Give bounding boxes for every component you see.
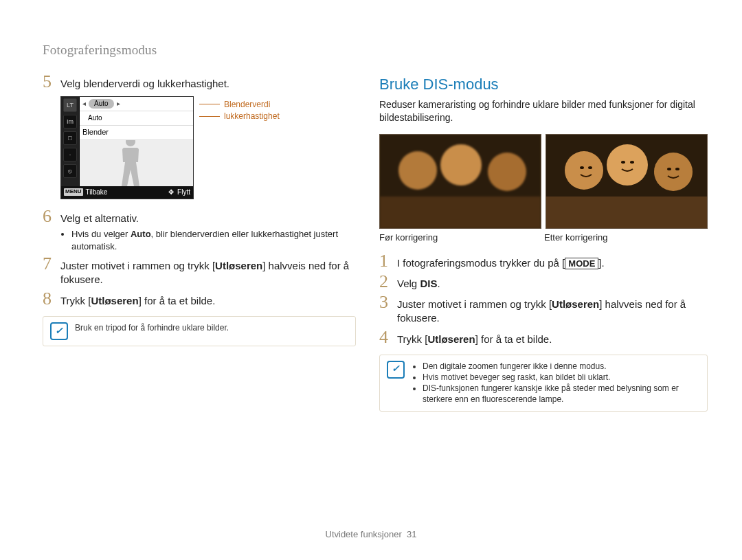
lcd-label-blender: Blender	[82, 127, 109, 137]
right-column: Bruke DIS-modus Reduser kameraristing og…	[379, 74, 708, 412]
lcd-icon-im: Im	[63, 115, 77, 128]
lcd-row-2: Auto	[80, 111, 193, 126]
step-body: Velg et alternativ. Hvis du velger Auto,…	[60, 209, 356, 252]
move-icon: ✥	[168, 188, 175, 197]
lcd-screen: LT Im □ · ⦸ ◂ Auto ▸	[60, 96, 194, 199]
person-silhouette-icon	[117, 140, 144, 186]
step-text: Velg et alternativ.	[60, 212, 139, 224]
lcd-footer: MENU Tilbake ✥ Flytt	[61, 186, 193, 199]
step-6: 6 Velg et alternativ. Hvis du velger Aut…	[43, 209, 356, 252]
annotation-1: Blenderverdi	[199, 99, 280, 110]
step-number: 8	[43, 290, 60, 308]
info-icon: ✓	[387, 361, 405, 379]
step-1: 1 I fotograferingsmodus trykker du på [M…	[379, 254, 708, 270]
step-number: 5	[43, 73, 60, 91]
chevron-right-icon: ▸	[117, 99, 120, 109]
step-number: 1	[379, 252, 397, 270]
lcd-icon-5: ⦸	[63, 164, 77, 178]
note-item: Den digitale zoomen fungerer ikke i denn…	[423, 361, 700, 372]
leader-line	[199, 104, 220, 104]
lcd-sidebar: LT Im □ · ⦸	[61, 97, 80, 186]
chevron-left-icon: ◂	[82, 99, 86, 109]
page-footer: Utvidete funksjoner 31	[0, 528, 742, 541]
svg-point-14	[667, 168, 671, 170]
page: Fotograferingsmodus 5 Velg blenderverdi …	[0, 0, 742, 560]
lcd-icon-4: ·	[63, 148, 77, 161]
step-text: Trykk [Utløseren] for å ta et bilde.	[397, 330, 708, 346]
svg-rect-9	[546, 197, 707, 228]
section-title: Bruke DIS-modus	[379, 74, 708, 95]
step-number: 2	[379, 273, 397, 291]
left-column: 5 Velg blenderverdi og lukkerhastighet. …	[43, 74, 356, 412]
photo-after	[546, 134, 708, 229]
step-5: 5 Velg blenderverdi og lukkerhastighet.	[43, 74, 356, 91]
svg-point-13	[630, 161, 634, 164]
menu-tag: MENU	[64, 188, 83, 196]
step-text: I fotograferingsmodus trykker du på [MOD…	[397, 254, 708, 270]
svg-point-8	[654, 153, 693, 191]
breadcrumb: Fotograferingsmodus	[43, 41, 708, 59]
photo-pair	[379, 134, 708, 229]
svg-point-2	[440, 144, 482, 186]
note-list: Den digitale zoomen fungerer ikke i denn…	[412, 361, 700, 405]
step-number: 3	[379, 293, 397, 311]
step-8: 8 Trykk [Utløseren] for å ta et bilde.	[43, 291, 356, 308]
lcd-icon-lt: LT	[63, 98, 77, 112]
step-3: 3 Juster motivet i rammen og trykk [Utlø…	[379, 295, 708, 326]
lcd-back-label: Tilbake	[86, 188, 108, 197]
lcd-value-1: Auto	[89, 99, 114, 109]
note-text: Bruk en tripod for å forhindre uklare bi…	[75, 322, 229, 333]
svg-point-12	[621, 161, 625, 164]
lcd-row-1: ◂ Auto ▸	[80, 97, 193, 111]
mode-button-label: MODE	[565, 258, 598, 270]
caption-after: Etter korrigering	[544, 232, 705, 244]
step-text: Velg blenderverdi og lukkerhastighet.	[60, 74, 356, 91]
columns: 5 Velg blenderverdi og lukkerhastighet. …	[43, 74, 708, 412]
note-item: Hvis motivet beveger seg raskt, kan bild…	[423, 372, 700, 383]
lcd-preview	[80, 140, 193, 186]
section-description: Reduser kameraristing og forhindre uklar…	[379, 98, 708, 124]
step-text: Velg DIS.	[397, 274, 708, 291]
svg-point-1	[398, 151, 437, 190]
lcd-row-3: Blender	[80, 126, 193, 140]
lcd-value-2: Auto	[82, 113, 108, 123]
info-icon: ✓	[50, 322, 68, 340]
svg-point-6	[565, 151, 603, 190]
svg-point-11	[588, 166, 592, 169]
photo-before	[379, 134, 541, 229]
svg-point-10	[580, 166, 584, 169]
step-2: 2 Velg DIS.	[379, 274, 708, 291]
step-text: Juster motivet i rammen og trykk [Utløse…	[60, 256, 356, 287]
svg-rect-4	[380, 197, 541, 228]
leader-line	[199, 116, 220, 117]
photo-captions: Før korrigering Etter korrigering	[379, 232, 708, 244]
step-text: Trykk [Utløseren] for å ta et bilde.	[60, 291, 356, 308]
step-sub-bullet: Hvis du velger Auto, blir blenderverdien…	[71, 228, 356, 252]
caption-before: Før korrigering	[379, 232, 540, 244]
svg-point-15	[675, 168, 679, 170]
footer-page-number: 31	[407, 529, 416, 539]
svg-point-3	[488, 153, 526, 191]
footer-section: Utvidete funksjoner	[326, 529, 402, 539]
lcd-icon-3: □	[63, 131, 77, 145]
lcd-panel: ◂ Auto ▸ Auto Blender	[80, 97, 193, 186]
annotation-2: lukkerhastighet	[199, 111, 280, 122]
step-number: 6	[43, 208, 60, 225]
step-text: Juster motivet i rammen og trykk [Utløse…	[397, 295, 708, 326]
step-number: 4	[379, 328, 397, 346]
lcd-figure: LT Im □ · ⦸ ◂ Auto ▸	[60, 96, 356, 199]
step-7: 7 Juster motivet i rammen og trykk [Utlø…	[43, 256, 356, 287]
lcd-annotations: Blenderverdi lukkerhastighet	[199, 96, 280, 122]
svg-point-7	[607, 144, 648, 186]
step-4: 4 Trykk [Utløseren] for å ta et bilde.	[379, 330, 708, 346]
note-box: ✓ Bruk en tripod for å forhindre uklare …	[43, 316, 356, 346]
step-number: 7	[43, 255, 60, 273]
note-box: ✓ Den digitale zoomen fungerer ikke i de…	[379, 355, 708, 412]
note-item: DIS-funksjonen fungerer kanskje ikke på …	[423, 383, 700, 405]
lcd-move-label: Flytt	[177, 188, 190, 197]
